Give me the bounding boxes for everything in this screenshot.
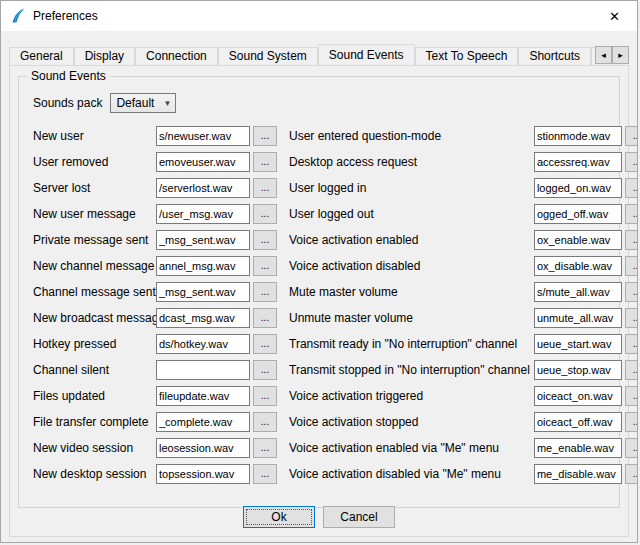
browse-button[interactable]: ... [625,464,638,484]
sound-event-row: Unmute master volume... [289,305,638,331]
sound-event-label: Voice activation disabled [289,259,534,273]
sound-event-row: Hotkey pressed... [33,331,277,357]
sound-file-input[interactable] [534,152,622,172]
tab-scroll-left-icon[interactable]: ◂ [595,46,612,64]
tab-shortcuts[interactable]: Shortcuts [518,47,591,65]
sound-event-label: Private message sent [33,233,156,247]
sound-file-input[interactable] [534,126,622,146]
sound-file-input[interactable] [156,126,250,146]
sound-event-label: New channel message [33,259,156,273]
cancel-button[interactable]: Cancel [323,506,395,528]
browse-button[interactable]: ... [625,230,638,250]
sound-event-row: Voice activation stopped... [289,409,638,435]
close-button[interactable]: ✕ [592,1,637,31]
ok-button[interactable]: Ok [243,506,315,528]
sounds-pack-combobox[interactable]: Default ▼ [110,93,176,113]
window-title: Preferences [33,9,98,23]
browse-button[interactable]: ... [253,126,277,146]
sound-file-input[interactable] [156,438,250,458]
browse-button[interactable]: ... [625,438,638,458]
browse-button[interactable]: ... [253,152,277,172]
browse-button[interactable]: ... [253,360,277,380]
chevron-down-icon: ▼ [163,99,175,108]
sound-file-input[interactable] [534,334,622,354]
sound-event-row: User logged out... [289,201,638,227]
sound-event-label: User entered question-mode [289,129,534,143]
sound-file-input[interactable] [534,282,622,302]
sound-event-row: Desktop access request... [289,149,638,175]
tab-sound-events[interactable]: Sound Events [318,44,415,65]
sound-file-input[interactable] [156,464,250,484]
browse-button[interactable]: ... [253,334,277,354]
browse-button[interactable]: ... [625,360,638,380]
browse-button[interactable]: ... [253,412,277,432]
sound-event-label: Voice activation enabled [289,233,534,247]
sound-file-input[interactable] [156,152,250,172]
sound-event-row: New user... [33,123,277,149]
browse-button[interactable]: ... [253,464,277,484]
sound-file-input[interactable] [534,230,622,250]
browse-button[interactable]: ... [625,282,638,302]
browse-button[interactable]: ... [625,152,638,172]
tab-text-to-speech[interactable]: Text To Speech [415,47,519,65]
browse-button[interactable]: ... [253,308,277,328]
sound-file-input[interactable] [534,204,622,224]
sound-event-row: User logged in... [289,175,638,201]
tab-sound-system[interactable]: Sound System [218,47,318,65]
sound-event-row: File transfer complete... [33,409,277,435]
tab-scroll-right-icon[interactable]: ▸ [612,46,629,64]
sound-event-row: User removed... [33,149,277,175]
sound-event-row: Voice activation enabled... [289,227,638,253]
sound-event-label: Transmit ready in "No interruption" chan… [289,337,534,351]
sound-file-input[interactable] [156,308,250,328]
sound-file-input[interactable] [156,386,250,406]
sound-file-input[interactable] [534,178,622,198]
tab-strip: GeneralDisplayConnectionSound SystemSoun… [9,44,629,65]
sound-event-row: Transmit ready in "No interruption" chan… [289,331,638,357]
browse-button[interactable]: ... [253,282,277,302]
sound-event-label: Unmute master volume [289,311,534,325]
sound-file-input[interactable] [156,334,250,354]
tab-display[interactable]: Display [74,47,135,65]
browse-button[interactable]: ... [253,438,277,458]
browse-button[interactable]: ... [625,412,638,432]
sounds-pack-value: Default [116,96,154,110]
browse-button[interactable]: ... [625,126,638,146]
browse-button[interactable]: ... [625,178,638,198]
browse-button[interactable]: ... [625,204,638,224]
tab-general[interactable]: General [9,47,74,65]
sound-file-input[interactable] [534,308,622,328]
tab-connection[interactable]: Connection [135,47,218,65]
sound-file-input[interactable] [156,178,250,198]
sound-events-left-column: New user...User removed...Server lost...… [33,123,277,487]
sound-file-input[interactable] [156,282,250,302]
browse-button[interactable]: ... [253,386,277,406]
sound-file-input[interactable] [156,230,250,250]
sound-file-input[interactable] [534,438,622,458]
sound-file-input[interactable] [534,386,622,406]
browse-button[interactable]: ... [253,178,277,198]
sound-event-label: Mute master volume [289,285,534,299]
tab-bar: GeneralDisplayConnectionSound SystemSoun… [9,44,629,65]
browse-button[interactable]: ... [625,334,638,354]
browse-button[interactable]: ... [253,204,277,224]
browse-button[interactable]: ... [253,230,277,250]
sound-event-row: Voice activation triggered... [289,383,638,409]
sound-file-input[interactable] [156,412,250,432]
browse-button[interactable]: ... [625,256,638,276]
sound-file-input[interactable] [156,256,250,276]
sound-file-input[interactable] [534,412,622,432]
browse-button[interactable]: ... [253,256,277,276]
sound-file-input[interactable] [156,204,250,224]
sound-event-label: User logged out [289,207,534,221]
sound-event-row: Mute master volume... [289,279,638,305]
browse-button[interactable]: ... [625,308,638,328]
sound-events-right-column: User entered question-mode...Desktop acc… [289,123,638,487]
title-bar: Preferences ✕ [1,1,637,31]
browse-button[interactable]: ... [625,386,638,406]
sound-file-input[interactable] [156,360,250,380]
sound-event-row: Server lost... [33,175,277,201]
sound-file-input[interactable] [534,464,622,484]
sound-file-input[interactable] [534,256,622,276]
sound-file-input[interactable] [534,360,622,380]
